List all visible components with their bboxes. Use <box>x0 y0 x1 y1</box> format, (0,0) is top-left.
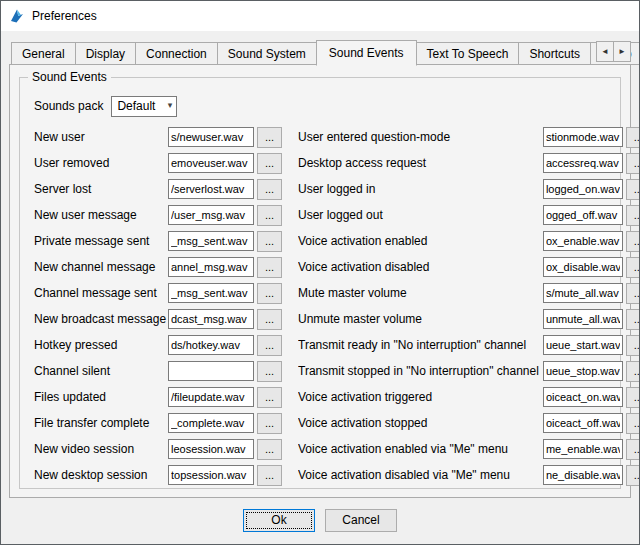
window-title: Preferences <box>32 9 97 23</box>
tab[interactable]: Shortcuts <box>518 42 591 65</box>
tab-pane-sound-events: Sound Events Sounds pack Default ▾ New u… <box>9 64 631 498</box>
tab-scroll-buttons: ◄ ► <box>596 41 631 62</box>
sound-event-row: Unmute master volume ... <box>298 306 640 332</box>
browse-button[interactable]: ... <box>626 153 640 174</box>
browse-button[interactable]: ... <box>257 153 282 174</box>
tab-bar: General Display Connection Sound System <box>11 40 631 65</box>
sound-file-input[interactable] <box>168 465 254 485</box>
sound-event-label: Voice activation enabled via "Me" menu <box>298 442 543 456</box>
sound-events-right-column: User entered question-mode ... Desktop a… <box>298 124 640 488</box>
sound-file-input[interactable] <box>168 179 254 199</box>
sound-file-input[interactable] <box>543 439 623 459</box>
browse-button[interactable]: ... <box>626 413 640 434</box>
tab[interactable]: Display <box>75 42 136 65</box>
sound-event-label: New user <box>34 130 168 144</box>
sound-event-label: Voice activation disabled via "Me" menu <box>298 468 543 482</box>
sound-file-input[interactable] <box>543 465 623 485</box>
tab-scroll-right-button[interactable]: ► <box>613 41 631 62</box>
browse-button[interactable]: ... <box>626 283 640 304</box>
sound-file-input[interactable] <box>168 387 254 407</box>
sound-event-label: Server lost <box>34 182 168 196</box>
browse-button[interactable]: ... <box>257 205 282 226</box>
tab[interactable]: General <box>11 42 76 65</box>
sound-event-row: File transfer complete ... <box>34 410 282 436</box>
sound-event-row: Voice activation enabled via "Me" menu .… <box>298 436 640 462</box>
sound-file-input[interactable] <box>168 439 254 459</box>
tab-scroll-left-button[interactable]: ◄ <box>596 41 614 62</box>
sound-event-label: Unmute master volume <box>298 312 543 326</box>
dialog-footer: Ok Cancel <box>9 498 631 536</box>
browse-button[interactable]: ... <box>257 257 282 278</box>
tab-label: Sound System <box>228 47 306 61</box>
sound-file-input[interactable] <box>543 257 623 277</box>
sound-event-row: Private message sent ... <box>34 228 282 254</box>
sound-event-label: Voice activation stopped <box>298 416 543 430</box>
sound-event-row: Mute master volume ... <box>298 280 640 306</box>
sound-event-row: Channel message sent ... <box>34 280 282 306</box>
sounds-pack-select[interactable]: Default ▾ <box>111 96 177 117</box>
sound-file-input[interactable] <box>168 231 254 251</box>
sound-file-input[interactable] <box>543 413 623 433</box>
tab[interactable]: Sound Events <box>316 40 417 66</box>
browse-button[interactable]: ... <box>626 361 640 382</box>
tab[interactable]: Text To Speech <box>416 42 520 65</box>
tab[interactable]: Sound System <box>217 42 317 65</box>
sound-event-row: User removed ... <box>34 150 282 176</box>
sound-file-input[interactable] <box>543 127 623 147</box>
browse-button[interactable]: ... <box>626 127 640 148</box>
browse-button[interactable]: ... <box>626 257 640 278</box>
ok-button[interactable]: Ok <box>243 509 315 532</box>
tab-label: Shortcuts <box>529 47 580 61</box>
sound-file-input[interactable] <box>543 387 623 407</box>
browse-button[interactable]: ... <box>626 231 640 252</box>
sound-file-input[interactable] <box>168 257 254 277</box>
sound-event-label: New user message <box>34 208 168 222</box>
sound-event-label: Private message sent <box>34 234 168 248</box>
browse-button[interactable]: ... <box>626 179 640 200</box>
browse-button[interactable]: ... <box>257 283 282 304</box>
browse-button[interactable]: ... <box>257 361 282 382</box>
sound-event-label: Files updated <box>34 390 168 404</box>
browse-button[interactable]: ... <box>626 465 640 486</box>
browse-button[interactable]: ... <box>257 335 282 356</box>
sound-file-input[interactable] <box>543 231 623 251</box>
browse-button[interactable]: ... <box>257 439 282 460</box>
sound-file-input[interactable] <box>168 153 254 173</box>
sound-file-input[interactable] <box>543 361 623 381</box>
sound-event-row: Voice activation disabled ... <box>298 254 640 280</box>
sound-file-input[interactable] <box>168 127 254 147</box>
browse-button[interactable]: ... <box>626 335 640 356</box>
browse-button[interactable]: ... <box>257 309 282 330</box>
browse-button[interactable]: ... <box>626 439 640 460</box>
sound-file-input[interactable] <box>543 153 623 173</box>
browse-button[interactable]: ... <box>626 205 640 226</box>
browse-button[interactable]: ... <box>257 179 282 200</box>
sound-file-input[interactable] <box>168 361 254 381</box>
sound-event-row: Desktop access request ... <box>298 150 640 176</box>
browse-button[interactable]: ... <box>257 387 282 408</box>
sound-event-row: Transmit ready in "No interruption" chan… <box>298 332 640 358</box>
sound-file-input[interactable] <box>168 309 254 329</box>
sound-event-row: Voice activation disabled via "Me" menu … <box>298 462 640 488</box>
browse-button[interactable]: ... <box>626 309 640 330</box>
browse-button[interactable]: ... <box>257 413 282 434</box>
sound-file-input[interactable] <box>543 309 623 329</box>
sound-file-input[interactable] <box>543 179 623 199</box>
sound-file-input[interactable] <box>168 283 254 303</box>
sound-file-input[interactable] <box>543 205 623 225</box>
sound-event-label: Desktop access request <box>298 156 543 170</box>
browse-button[interactable]: ... <box>257 231 282 252</box>
sound-event-label: User removed <box>34 156 168 170</box>
sound-event-row: New video session ... <box>34 436 282 462</box>
browse-button[interactable]: ... <box>257 127 282 148</box>
sound-file-input[interactable] <box>543 283 623 303</box>
sound-file-input[interactable] <box>168 335 254 355</box>
cancel-button[interactable]: Cancel <box>325 509 397 532</box>
browse-button[interactable]: ... <box>626 387 640 408</box>
sound-file-input[interactable] <box>168 413 254 433</box>
sound-file-input[interactable] <box>168 205 254 225</box>
browse-button[interactable]: ... <box>257 465 282 486</box>
tab[interactable]: Connection <box>135 42 218 65</box>
sound-event-row: User entered question-mode ... <box>298 124 640 150</box>
sound-file-input[interactable] <box>543 335 623 355</box>
